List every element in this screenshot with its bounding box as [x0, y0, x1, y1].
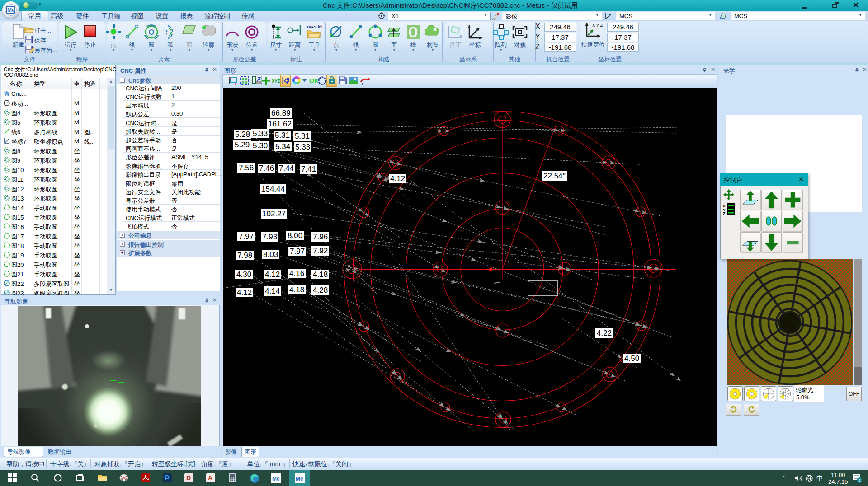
- svg-text:Me: Me: [296, 476, 303, 482]
- svg-text:XYZ: XYZ: [272, 79, 280, 84]
- svg-text:A: A: [208, 474, 212, 481]
- svg-text:BIAS.ini: BIAS.ini: [307, 25, 322, 29]
- svg-text:D: D: [186, 474, 191, 481]
- svg-text:Me: Me: [272, 476, 280, 482]
- svg-text:2: 2: [859, 478, 861, 483]
- svg-text:X Y Z: X Y Z: [592, 23, 603, 28]
